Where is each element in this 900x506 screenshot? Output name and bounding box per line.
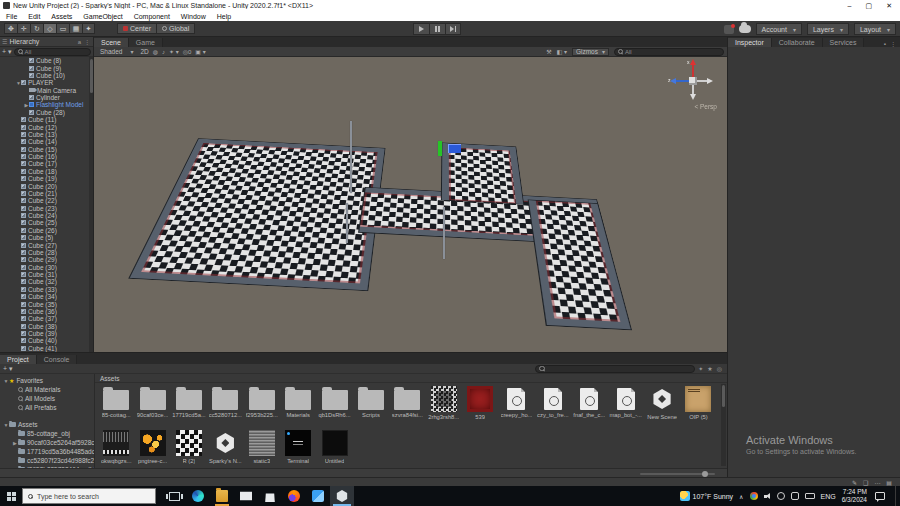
hierarchy-item[interactable]: Cube (13)	[0, 131, 89, 138]
rect-tool-button[interactable]: ▭	[56, 23, 69, 34]
audio-toggle-icon[interactable]: ♪	[162, 49, 165, 55]
hierarchy-item[interactable]: Cube (37)	[0, 315, 89, 322]
layers-dropdown[interactable]: Layers▾	[807, 23, 849, 35]
move-tool-button[interactable]: ✛	[17, 23, 30, 34]
clock[interactable]: 7:24 PM 6/3/2024	[842, 488, 867, 504]
menu-help[interactable]: Help	[217, 13, 231, 20]
minimize-button[interactable]: –	[848, 2, 852, 10]
asset-item[interactable]: szvra84fsi...	[389, 386, 425, 420]
hierarchy-item[interactable]: Cube (22)	[0, 197, 89, 204]
hierarchy-item[interactable]: Cube (16)	[0, 153, 89, 160]
tree-item[interactable]: cc52807f23cd4d988fc27	[0, 456, 94, 465]
menu-window[interactable]: Window	[181, 13, 206, 20]
hierarchy-item[interactable]: Cube (17)	[0, 160, 89, 167]
tab-inspector[interactable]: Inspector	[728, 38, 772, 47]
menu-component[interactable]: Component	[134, 13, 170, 20]
lock-icon[interactable]: a	[78, 39, 81, 45]
hierarchy-item[interactable]: Cube (8)	[0, 57, 89, 64]
asset-item[interactable]: New Scene	[644, 386, 680, 420]
tab-services[interactable]: Services	[823, 38, 865, 47]
tree-item[interactable]: ▼★Favorites	[0, 376, 94, 385]
hierarchy-item[interactable]: Cube (40)	[0, 337, 89, 344]
asset-item[interactable]: fnaf_the_c...	[571, 386, 607, 420]
hierarchy-item[interactable]: Cube (31)	[0, 271, 89, 278]
create-add-button[interactable]: + ▾	[2, 48, 12, 56]
volume-icon[interactable]	[764, 493, 771, 500]
camera-settings-icon[interactable]: ▣ ▾	[195, 48, 205, 55]
axis-x-cone[interactable]	[692, 64, 694, 77]
scene-visibility-icon[interactable]: ◎0	[183, 48, 192, 55]
hierarchy-search-input[interactable]: All	[14, 48, 91, 56]
custom-tool-button[interactable]: ✦	[82, 23, 95, 34]
language-indicator[interactable]: ENG	[821, 493, 836, 500]
hidden-icons-chevron[interactable]: ∧	[739, 493, 743, 500]
taskbar-app-task-view[interactable]	[162, 486, 186, 506]
hand-tool-button[interactable]: ✥	[4, 23, 17, 34]
menu-gameobject[interactable]: GameObject	[83, 13, 122, 20]
hierarchy-item[interactable]: Cube (28)	[0, 109, 89, 116]
chrome-tray-icon[interactable]	[750, 492, 758, 500]
asset-item[interactable]: f2953b225...	[244, 386, 280, 420]
account-dropdown[interactable]: Account▾	[756, 23, 802, 35]
hierarchy-scrollbar[interactable]	[89, 57, 93, 352]
hierarchy-item[interactable]: Cube (9)	[0, 64, 89, 71]
hierarchy-item[interactable]: Cube (5)	[0, 234, 89, 241]
gizmo-center-cube[interactable]	[689, 77, 697, 85]
layout-dropdown[interactable]: Layout▾	[854, 23, 896, 35]
tree-item[interactable]: All Models	[0, 394, 94, 403]
rotate-tool-button[interactable]: ↻	[30, 23, 43, 34]
perspective-label[interactable]: < Persp	[694, 103, 717, 110]
asset-item[interactable]: 85-cottag...	[98, 386, 134, 420]
hierarchy-item[interactable]: Cube (27)	[0, 241, 89, 248]
weather-widget[interactable]: 107°F Sunny	[680, 491, 734, 501]
asset-item[interactable]: qb1DsRh6...	[316, 386, 352, 420]
hierarchy-item[interactable]: Cube (21)	[0, 190, 89, 197]
hierarchy-item[interactable]: Cube (29)	[0, 256, 89, 263]
hierarchy-item[interactable]: Cube (15)	[0, 146, 89, 153]
hierarchy-item[interactable]: Cube (28)	[0, 249, 89, 256]
menu-edit[interactable]: Edit	[28, 13, 40, 20]
hierarchy-item[interactable]: Cube (25)	[0, 219, 89, 226]
lock-icon[interactable]: ▪	[884, 41, 886, 47]
taskbar-search-input[interactable]: Type here to search	[22, 488, 156, 504]
hierarchy-item[interactable]: Cube (35)	[0, 300, 89, 307]
start-button[interactable]	[0, 486, 22, 506]
hierarchy-item[interactable]: Cube (33)	[0, 286, 89, 293]
hierarchy-item[interactable]: Cube (30)	[0, 264, 89, 271]
panel-menu-icon[interactable]: ☰	[2, 38, 7, 45]
asset-item[interactable]: map_bot_-...	[607, 386, 643, 420]
hierarchy-item[interactable]: Cube (18)	[0, 168, 89, 175]
hierarchy-item[interactable]: Cube (36)	[0, 308, 89, 315]
asset-grid-scrollbar[interactable]	[721, 384, 726, 466]
battery-icon[interactable]	[805, 493, 815, 499]
hierarchy-item[interactable]: Cylinder	[0, 94, 89, 101]
lighting-toggle-icon[interactable]: ◍	[153, 48, 158, 55]
tree-item[interactable]: All Prefabs	[0, 403, 94, 412]
gizmos-dropdown[interactable]: Gizmos ▾	[572, 48, 609, 56]
taskbar-app-firefox[interactable]	[282, 486, 306, 506]
axis-cone[interactable]	[692, 85, 694, 96]
camera-icon[interactable]: ◧ ▾	[557, 48, 567, 55]
asset-item[interactable]: static3	[244, 430, 280, 464]
axis-z-cone[interactable]	[675, 80, 689, 82]
tree-item[interactable]: 85-cottage_obj	[0, 429, 94, 438]
close-button[interactable]: ✕	[886, 2, 892, 10]
create-asset-button[interactable]: + ▾	[3, 365, 13, 373]
asset-item[interactable]: R (2)	[171, 430, 207, 464]
favorite-star-icon[interactable]: ★	[707, 365, 712, 372]
scale-tool-button[interactable]: ◇	[43, 23, 56, 34]
hierarchy-item[interactable]: Cube (32)	[0, 278, 89, 285]
asset-item[interactable]: cc5280712...	[207, 386, 243, 420]
tab-game[interactable]: Game	[129, 38, 163, 47]
kebab-menu-icon[interactable]: ⋮	[890, 40, 896, 47]
asset-item[interactable]: 17719cd5a...	[171, 386, 207, 420]
taskbar-app-mail[interactable]	[234, 486, 258, 506]
hierarchy-item[interactable]: Cube (23)	[0, 205, 89, 212]
hierarchy-item[interactable]: Cube (24)	[0, 212, 89, 219]
toggle-2d-button[interactable]: 2D	[140, 48, 148, 55]
taskbar-app-paint3d[interactable]	[306, 486, 330, 506]
taskbar-app-unity[interactable]	[330, 486, 354, 506]
panel-icon[interactable]: ❑	[863, 479, 868, 486]
asset-item[interactable]: pngtree-c...	[134, 430, 170, 464]
effects-dropdown-icon[interactable]: ✦ ▾	[169, 48, 179, 55]
